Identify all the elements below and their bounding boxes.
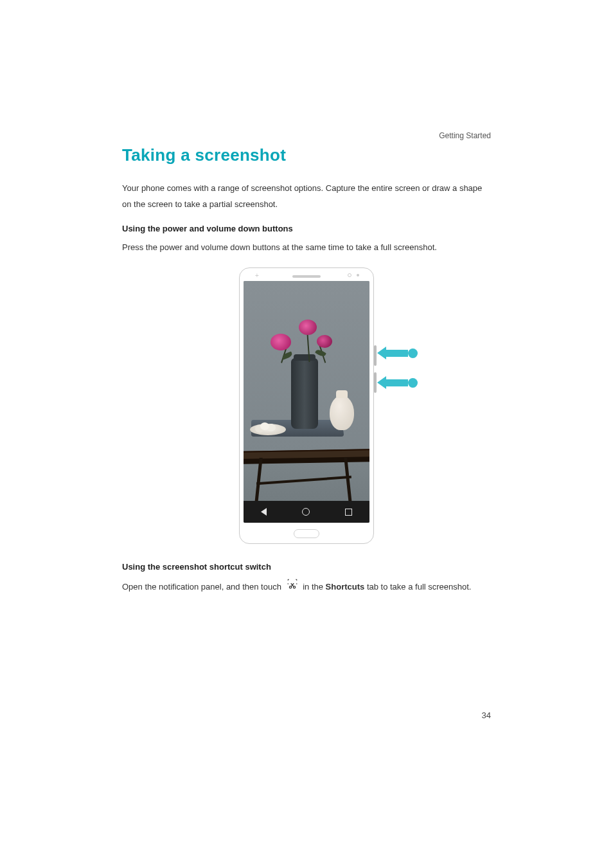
volume-down-indicator <box>374 372 377 393</box>
page-number: 34 <box>482 710 491 720</box>
section2-suffix: tab to take a full screenshot. <box>367 582 472 592</box>
scissors-icon <box>287 578 298 595</box>
arrow-volume-down <box>377 376 418 389</box>
phone-screen <box>244 281 369 523</box>
nav-recent-icon <box>345 509 352 516</box>
phone-nav-bar <box>244 501 369 523</box>
section2-body: Open the notification panel, and then to… <box>122 578 491 596</box>
section2-mid: in the <box>303 582 325 592</box>
shortcuts-label: Shortcuts <box>326 582 365 592</box>
page-title: Taking a screenshot <box>122 145 491 165</box>
nav-home-icon <box>302 508 310 516</box>
nav-back-icon <box>261 508 267 516</box>
phone-figure: + <box>122 267 491 544</box>
intro-paragraph: Your phone comes with a range of screens… <box>122 181 491 212</box>
power-button-indicator <box>374 345 377 366</box>
arrow-power-button <box>377 347 418 359</box>
chapter-label: Getting Started <box>122 131 491 140</box>
section-heading-shortcut: Using the screenshot shortcut switch <box>122 562 491 572</box>
section-heading-buttons: Using the power and volume down buttons <box>122 224 491 233</box>
section1-body: Press the power and volume down buttons … <box>122 240 491 256</box>
phone-illustration: + <box>239 267 374 544</box>
section2-prefix: Open the notification panel, and then to… <box>122 582 284 592</box>
phone-home-button <box>294 529 319 538</box>
